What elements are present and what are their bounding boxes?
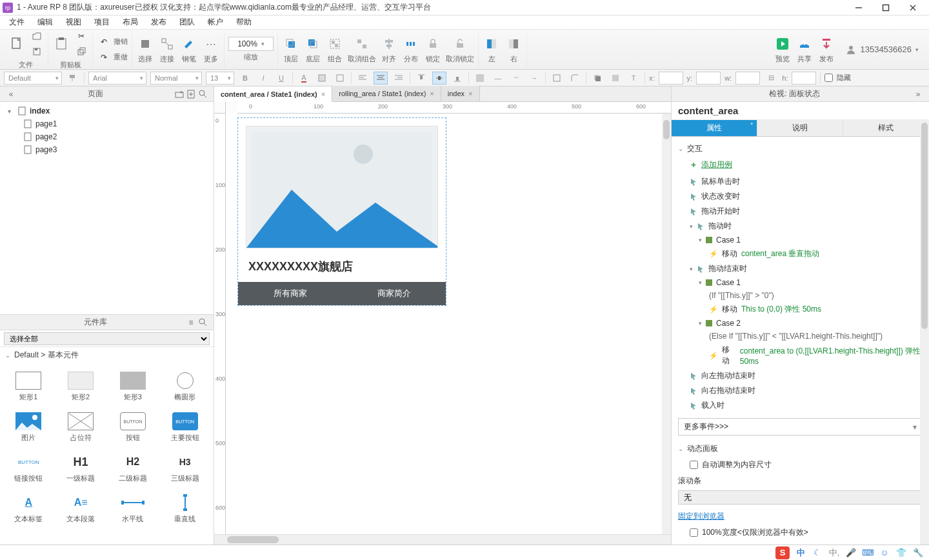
artboard-tab-about[interactable]: 商家简介 xyxy=(342,282,446,305)
widget-rect2[interactable]: 矩形2 xyxy=(55,368,107,406)
send-back-icon[interactable] xyxy=(304,35,322,53)
line-width-button[interactable]: — xyxy=(491,72,505,85)
canvas-vscrollbar[interactable] xyxy=(662,114,671,534)
tree-toggle-icon[interactable]: ▾ xyxy=(8,108,14,115)
tree-item-page1[interactable]: page1 xyxy=(5,117,208,130)
preview-button[interactable] xyxy=(774,35,792,53)
tree-item-page3[interactable]: page3 xyxy=(5,143,208,156)
collapse-panel-icon[interactable]: « xyxy=(5,88,17,100)
close-tab-icon[interactable]: × xyxy=(321,90,325,98)
pen-tool-icon[interactable] xyxy=(180,35,198,53)
text-shadow-button[interactable]: T xyxy=(626,72,641,85)
zoom-select[interactable]: 100%▾ xyxy=(228,37,274,51)
hidden-checkbox[interactable] xyxy=(824,74,833,82)
copy-icon[interactable] xyxy=(74,45,88,59)
collapse-inspector-icon[interactable]: » xyxy=(912,88,924,100)
library-options-icon[interactable]: ≡ xyxy=(185,317,197,328)
group-icon[interactable] xyxy=(326,35,344,53)
maximize-button[interactable] xyxy=(872,1,899,15)
format-painter-icon[interactable] xyxy=(66,72,80,85)
fit-to-content-checkbox[interactable] xyxy=(690,461,698,469)
align-center-button[interactable] xyxy=(374,72,388,85)
menu-edit[interactable]: 编辑 xyxy=(32,15,58,29)
canvas-hscrollbar[interactable] xyxy=(214,534,671,545)
ungroup-icon[interactable] xyxy=(353,35,371,53)
search-pages-icon[interactable] xyxy=(197,88,208,100)
emoji-icon[interactable]: ☺ xyxy=(879,547,890,559)
add-case-button[interactable]: ＋添加用例 xyxy=(672,157,929,174)
border-vis-button[interactable] xyxy=(550,72,564,85)
inner-shadow-button[interactable] xyxy=(608,72,623,85)
case-dragend-case2[interactable]: ▾Case 2 xyxy=(672,317,929,330)
canvas[interactable]: XXXXXXXXX旗舰店 所有商家 商家简介 xyxy=(226,114,671,534)
valign-bottom-button[interactable] xyxy=(450,72,464,85)
widget-ellipse[interactable]: 椭圆形 xyxy=(159,368,211,406)
selected-widget-name[interactable]: content_area xyxy=(672,102,929,120)
more-tool-icon[interactable]: ⋯ xyxy=(202,35,220,53)
lock-aspect-icon[interactable]: ⊟ xyxy=(764,72,778,85)
inspector-tab-style[interactable]: 样式 xyxy=(843,120,929,136)
artboard[interactable]: XXXXXXXXX旗舰店 所有商家 商家简介 xyxy=(237,117,446,306)
widget-h3[interactable]: H3三级标题 xyxy=(159,449,211,487)
more-events-select[interactable]: 更多事件>>> xyxy=(678,418,923,435)
scrollbar-select[interactable]: 无 xyxy=(678,490,929,505)
tab-index[interactable]: index× xyxy=(441,86,480,101)
connect-tool-icon[interactable] xyxy=(158,35,176,53)
event-statechange[interactable]: 状态改变时 xyxy=(672,189,929,204)
new-file-icon[interactable] xyxy=(8,35,26,53)
bold-button[interactable]: B xyxy=(238,72,252,85)
event-drag[interactable]: ▾拖动时 xyxy=(672,219,929,234)
tab-content-area[interactable]: content_area / State1 (index)× xyxy=(214,86,332,102)
tree-item-page2[interactable]: page2 xyxy=(5,130,208,143)
widget-h2[interactable]: H2二级标题 xyxy=(107,449,159,487)
menu-file[interactable]: 文件 xyxy=(4,15,30,29)
align-left-button[interactable] xyxy=(355,72,370,85)
widget-h1[interactable]: H1一级标题 xyxy=(55,449,107,487)
unlock-icon[interactable] xyxy=(451,35,469,53)
case-dragend-case1[interactable]: ▾Case 1 xyxy=(672,276,929,289)
border-color-button[interactable] xyxy=(333,72,347,85)
mic-icon[interactable]: 🎤 xyxy=(845,547,857,559)
distribute-icon[interactable] xyxy=(402,35,420,53)
widget-link-button[interactable]: BUTTON链接按钮 xyxy=(3,449,55,487)
outer-shadow-button[interactable] xyxy=(590,72,604,85)
x-input[interactable] xyxy=(659,72,683,85)
italic-button[interactable]: I xyxy=(256,72,270,85)
lock-icon[interactable] xyxy=(424,35,442,53)
y-input[interactable] xyxy=(696,72,721,85)
menu-publish[interactable]: 发布 xyxy=(146,15,172,29)
menu-view[interactable]: 视图 xyxy=(61,15,86,29)
open-file-icon[interactable] xyxy=(30,29,44,43)
event-load[interactable]: 载入时 xyxy=(672,398,929,413)
cut-icon[interactable]: ✂ xyxy=(74,29,88,43)
close-tab-icon[interactable]: × xyxy=(468,90,472,97)
close-tab-icon[interactable]: × xyxy=(430,90,434,97)
minimize-button[interactable] xyxy=(845,1,872,15)
section-interactions[interactable]: ⌄交互 xyxy=(672,141,929,157)
action-move-this[interactable]: ⚡移动 This to (0,0) 弹性 50ms xyxy=(672,302,929,317)
h-input[interactable] xyxy=(792,72,816,85)
align-icon[interactable] xyxy=(380,35,398,53)
tree-root-index[interactable]: ▾ index xyxy=(5,105,208,117)
widget-hline[interactable]: 水平线 xyxy=(107,490,159,528)
sogou-ime-icon[interactable]: S xyxy=(775,546,790,559)
event-dragend[interactable]: ▾拖动结束时 xyxy=(672,261,929,276)
keyboard-icon[interactable]: ⌨ xyxy=(862,547,874,559)
menu-layout[interactable]: 布局 xyxy=(117,15,143,29)
event-dragleft-end[interactable]: 向左拖动结束时 xyxy=(672,368,929,383)
skin-icon[interactable]: 👕 xyxy=(895,547,907,559)
moon-icon[interactable]: ☾ xyxy=(812,547,823,559)
paste-icon[interactable] xyxy=(52,35,70,53)
widget-vline[interactable]: 垂直线 xyxy=(159,490,211,528)
font-weight-select[interactable]: Normal xyxy=(150,72,202,85)
menu-project[interactable]: 项目 xyxy=(89,15,115,29)
event-dragright-end[interactable]: 向右拖动结束时 xyxy=(672,383,929,398)
inspector-tab-notes[interactable]: 说明 xyxy=(757,120,843,136)
undo-icon[interactable]: ↶ xyxy=(97,35,111,49)
share-button[interactable] xyxy=(795,35,814,53)
menu-team[interactable]: 团队 xyxy=(174,15,200,29)
width100-checkbox[interactable] xyxy=(690,528,698,537)
artboard-tab-all[interactable]: 所有商家 xyxy=(238,282,342,305)
menu-account[interactable]: 帐户 xyxy=(203,15,228,29)
widget-image[interactable]: 图片 xyxy=(3,408,55,446)
